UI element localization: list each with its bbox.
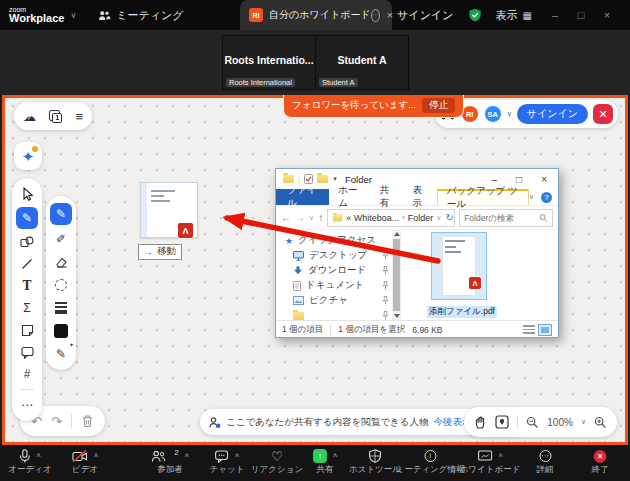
signin-link[interactable]: サインイン [397,8,453,23]
sidebar-item-desktop[interactable]: デスクトップ [276,248,392,263]
thumbnail-view-icon[interactable] [538,324,552,336]
tab-close-icon[interactable]: × [387,9,393,21]
pen-tool-active[interactable]: ✎ [16,207,38,229]
back-icon[interactable]: ← [281,212,291,223]
tab-options-icon[interactable]: ⋯ [371,9,380,22]
pan-hand-icon[interactable] [474,415,487,429]
video-tile-host[interactable]: Roots Internatio... Roots International [223,36,315,89]
close-icon[interactable]: × [594,9,620,21]
comment-tool[interactable] [16,343,38,361]
minimize-icon[interactable]: – [542,9,568,21]
meeting-info-button[interactable]: i ミーティング情報 [396,448,465,476]
share-button[interactable]: ↑ ^ 共有 [313,448,337,476]
view-button-label[interactable]: 表示 [496,8,518,23]
zoom-out-icon[interactable] [526,416,539,429]
zoom-level[interactable]: 100% [547,417,573,428]
security-shield-icon[interactable] [468,8,482,22]
whiteboard-button[interactable]: ^ ホワイトボード [460,448,521,476]
explorer-minimize-icon[interactable]: – [492,174,498,185]
participants-button[interactable]: 2 ^ 参加者 [151,448,189,476]
file-explorer-window[interactable]: | ▼ Folder – □ × ファイル ホーム 共有 表示 バックアップ ツ… [275,168,559,338]
thickness-option[interactable] [50,299,72,317]
chevron-up-icon[interactable]: ^ [36,453,40,460]
search-box[interactable] [459,209,553,227]
chevron-down-icon[interactable]: ∨ [581,418,586,426]
sticky-note-tool[interactable] [16,321,38,339]
shapes-tool[interactable] [16,233,38,251]
ai-assistant-button[interactable]: ✦ [14,142,42,170]
cloud-sync-icon[interactable]: ☁✓ [23,110,36,123]
minimap-icon[interactable] [495,415,509,429]
up-icon[interactable]: ↑ [318,212,323,223]
video-tile-student[interactable]: Student A Student A [316,36,408,89]
ribbon-expand-icon[interactable]: ∨ [529,193,534,201]
explorer-file-list[interactable]: Λ 添削ファイル.pdf [401,230,558,320]
maximize-icon[interactable]: □ [568,9,594,21]
leave-button[interactable]: ✕ 終了 [592,448,609,476]
view-grid-icon[interactable]: ▦ [523,10,532,21]
details-view-icon[interactable] [523,325,535,335]
pages-icon[interactable]: 1 [49,110,62,123]
reactions-button[interactable]: ♡ リアクション [251,448,303,476]
ribbon-tab-backup-tools[interactable]: バックアップ ツール [437,189,529,205]
stop-follow-button[interactable]: 停止 [422,98,455,113]
smart-pen-option[interactable]: ✎✦ [50,345,72,363]
breadcrumb[interactable]: « Whiteboa... [346,213,399,223]
address-box[interactable]: « Whiteboa... › Folder ∨ ↻ [327,209,455,227]
ribbon-tab-view[interactable]: 表示 [404,189,437,205]
chevron-up-icon[interactable]: ^ [94,453,98,460]
ribbon-tab-share[interactable]: 共有 [370,189,403,205]
chat-button[interactable]: ^ チャット [210,448,245,476]
chevron-up-icon[interactable]: ^ [185,453,189,460]
line-tool[interactable] [16,255,38,273]
scroll-up-icon[interactable] [394,232,400,236]
search-input[interactable] [464,213,539,223]
formula-tool[interactable]: Σ [16,299,38,317]
recent-dropdown-icon[interactable]: ∨ [309,214,314,222]
more-button[interactable]: ⋯ 詳細 [537,448,554,476]
video-button[interactable]: ^ ビデオ [72,448,98,476]
sidebar-scrollbar[interactable] [392,230,401,320]
refresh-icon[interactable]: ↻ [445,212,453,223]
folder-icon[interactable] [317,175,328,183]
close-whiteboard-button[interactable]: ✕ [593,104,613,124]
frame-tool[interactable]: # [16,365,38,383]
sidebar-item-folder[interactable] [276,308,392,320]
address-dropdown-icon[interactable]: ∨ [436,214,441,222]
lasso-option[interactable] [50,276,72,294]
ribbon-tab-file[interactable]: ファイル [276,189,329,205]
sidebar-item-downloads[interactable]: ダウンロード [276,263,392,278]
sidebar-item-quick-access[interactable]: ★ クイックアクセス [276,233,392,248]
qat-dropdown-icon[interactable]: ▼ [332,176,338,182]
text-tool[interactable]: T [16,277,38,295]
redo-icon[interactable]: ↷ [51,414,62,429]
more-tools[interactable]: ⋯ [16,396,38,414]
zoom-in-icon[interactable] [594,416,607,429]
audio-button[interactable]: ^ オーディオ [8,448,51,476]
breadcrumb[interactable]: Folder [408,213,434,223]
scrollbar-thumb[interactable] [393,239,400,311]
tab-whiteboard[interactable]: RI 自分のホワイトボード ⋯ × [240,0,392,30]
ribbon-tab-home[interactable]: ホーム [329,189,370,205]
chevron-up-icon[interactable]: ^ [235,453,239,460]
pen-option-active[interactable]: ✎ [50,203,72,225]
chevron-down-icon[interactable]: ∨ [70,11,76,20]
explorer-maximize-icon[interactable]: □ [516,174,522,185]
whiteboard-canvas[interactable]: フォロワーを待っています... 停止 ☁✓ 1 ≡ ✦ ✎ T Σ # ⋯ ✎ [2,95,628,445]
chevron-up-icon[interactable]: ^ [333,453,337,460]
host-tools-button[interactable]: ホストツール [349,448,401,476]
forward-icon[interactable]: → [295,212,305,223]
tab-meeting[interactable]: ミーティング [98,8,183,23]
explorer-close-icon[interactable]: × [541,174,547,185]
scroll-down-icon[interactable] [394,314,400,318]
sidebar-item-pictures[interactable]: ピクチャ [276,293,392,308]
color-option[interactable] [50,322,72,340]
select-tool[interactable] [16,185,38,203]
eraser-option[interactable] [50,253,72,271]
pencil-option[interactable]: ✐ [50,230,72,248]
help-icon[interactable]: ? [541,192,552,203]
trash-icon[interactable] [81,414,94,428]
chevron-down-icon[interactable]: ∨ [507,110,512,118]
sidebar-item-documents[interactable]: ドキュメント [276,278,392,293]
avatar[interactable]: SA [484,105,502,123]
